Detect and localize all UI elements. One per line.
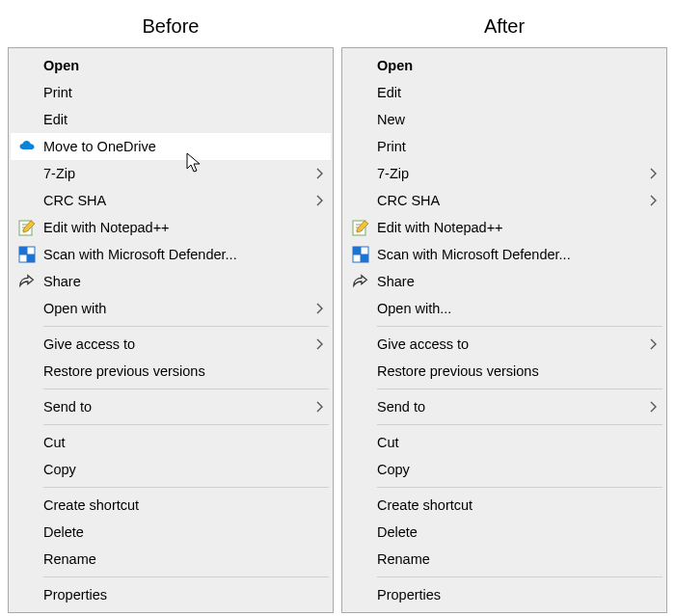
notepadpp-icon: [344, 219, 377, 236]
context-menu-after: OpenEditNewPrint7-ZipCRC SHAEdit with No…: [341, 47, 667, 613]
menu-item-rename[interactable]: Rename: [344, 546, 664, 573]
separator: [43, 487, 329, 488]
menu-item-move-onedrive[interactable]: Move to OneDrive: [11, 133, 331, 160]
menu-item-label: Open: [43, 58, 310, 73]
menu-item-open-with[interactable]: Open with...: [344, 295, 664, 322]
menu-item-restore[interactable]: Restore previous versions: [344, 358, 664, 385]
menu-item-open[interactable]: Open: [11, 52, 331, 79]
menu-item-print[interactable]: Print: [344, 133, 664, 160]
menu-item-label: Open with: [43, 301, 310, 316]
menu-item-label: Cut: [43, 435, 310, 450]
menu-item-crc-sha[interactable]: CRC SHA: [11, 187, 331, 214]
menu-item-print[interactable]: Print: [11, 79, 331, 106]
menu-item-shortcut[interactable]: Create shortcut: [11, 492, 331, 519]
menu-item-label: Create shortcut: [43, 497, 310, 513]
menu-item-props[interactable]: Properties: [344, 581, 664, 608]
chevron-right-icon: [315, 338, 323, 350]
menu-item-rename[interactable]: Rename: [11, 546, 331, 573]
menu-item-label: Open with...: [377, 301, 643, 316]
onedrive-icon: [18, 138, 36, 155]
menu-item-label: 7-Zip: [43, 166, 310, 181]
menu-item-cut[interactable]: Cut: [344, 429, 664, 456]
share-icon: [352, 273, 369, 290]
menu-item-copy[interactable]: Copy: [344, 456, 664, 483]
menu-item-label: Print: [377, 139, 643, 154]
context-menu-before: OpenPrintEditMove to OneDrive7-ZipCRC SH…: [8, 47, 334, 613]
separator: [43, 326, 329, 327]
menu-item-cut[interactable]: Cut: [11, 429, 331, 456]
notepadpp-icon: [18, 219, 36, 236]
menu-item-label: Cut: [377, 435, 643, 450]
menu-item-share[interactable]: Share: [344, 268, 664, 295]
menu-item-label: Edit with Notepad++: [43, 220, 310, 235]
chevron-right-icon: [649, 338, 657, 350]
chevron-right-icon: [315, 303, 323, 314]
menu-item-send-to[interactable]: Send to: [344, 393, 664, 420]
menu-item-label: Rename: [377, 551, 643, 567]
share-icon: [11, 273, 43, 290]
notepadpp-icon: [11, 219, 43, 236]
separator: [377, 487, 662, 488]
menu-item-label: Share: [43, 274, 310, 289]
menu-item-label: Edit: [377, 85, 643, 100]
menu-item-label: Delete: [377, 524, 643, 540]
menu-item-label: Delete: [43, 524, 310, 540]
menu-item-delete[interactable]: Delete: [344, 519, 664, 546]
chevron-right-icon: [315, 401, 323, 413]
menu-item-props[interactable]: Properties: [11, 581, 331, 608]
menu-item-delete[interactable]: Delete: [11, 519, 331, 546]
menu-item-label: Create shortcut: [377, 497, 643, 513]
menu-item-open[interactable]: Open: [344, 52, 664, 79]
defender-icon: [11, 246, 43, 263]
share-icon: [344, 273, 377, 290]
after-heading: After: [341, 8, 667, 47]
menu-item-defender[interactable]: Scan with Microsoft Defender...: [11, 241, 331, 268]
menu-item-defender[interactable]: Scan with Microsoft Defender...: [344, 241, 664, 268]
chevron-right-icon: [649, 401, 657, 413]
menu-item-label: Print: [43, 85, 310, 100]
notepadpp-icon: [352, 219, 369, 236]
menu-item-7zip[interactable]: 7-Zip: [11, 160, 331, 187]
menu-item-copy[interactable]: Copy: [11, 456, 331, 483]
menu-item-label: CRC SHA: [377, 193, 643, 208]
menu-item-send-to[interactable]: Send to: [11, 393, 331, 420]
menu-item-label: Give access to: [43, 336, 310, 352]
menu-item-label: Copy: [377, 462, 643, 477]
separator: [43, 424, 329, 425]
menu-item-give-access[interactable]: Give access to: [344, 331, 664, 358]
menu-item-edit[interactable]: Edit: [344, 79, 664, 106]
share-icon: [18, 273, 36, 290]
separator: [43, 388, 329, 389]
menu-item-label: Edit with Notepad++: [377, 220, 643, 235]
menu-item-label: Restore previous versions: [377, 363, 643, 379]
menu-item-label: 7-Zip: [377, 166, 643, 181]
menu-item-label: New: [377, 112, 643, 127]
separator: [377, 326, 662, 327]
defender-icon: [352, 246, 369, 263]
menu-item-edit[interactable]: Edit: [11, 106, 331, 133]
chevron-right-icon: [649, 168, 657, 179]
chevron-right-icon: [315, 195, 323, 206]
defender-icon: [18, 246, 36, 263]
menu-item-label: Copy: [43, 462, 310, 477]
menu-item-npp[interactable]: Edit with Notepad++: [11, 214, 331, 241]
separator: [377, 388, 662, 389]
menu-item-shortcut[interactable]: Create shortcut: [344, 492, 664, 519]
menu-item-crc-sha[interactable]: CRC SHA: [344, 187, 664, 214]
menu-item-7zip[interactable]: 7-Zip: [344, 160, 664, 187]
menu-item-label: Scan with Microsoft Defender...: [43, 247, 310, 262]
menu-item-label: Send to: [43, 399, 310, 415]
menu-item-give-access[interactable]: Give access to: [11, 331, 331, 358]
menu-item-open-with[interactable]: Open with: [11, 295, 331, 322]
menu-item-npp[interactable]: Edit with Notepad++: [344, 214, 664, 241]
menu-item-label: Give access to: [377, 336, 643, 352]
separator: [43, 576, 329, 577]
menu-item-restore[interactable]: Restore previous versions: [11, 358, 331, 385]
menu-item-new[interactable]: New: [344, 106, 664, 133]
menu-item-label: Open: [377, 58, 643, 73]
defender-icon: [344, 246, 377, 263]
menu-item-label: Restore previous versions: [43, 363, 310, 379]
menu-item-share[interactable]: Share: [11, 268, 331, 295]
menu-item-label: Share: [377, 274, 643, 289]
menu-item-label: Properties: [377, 587, 643, 603]
